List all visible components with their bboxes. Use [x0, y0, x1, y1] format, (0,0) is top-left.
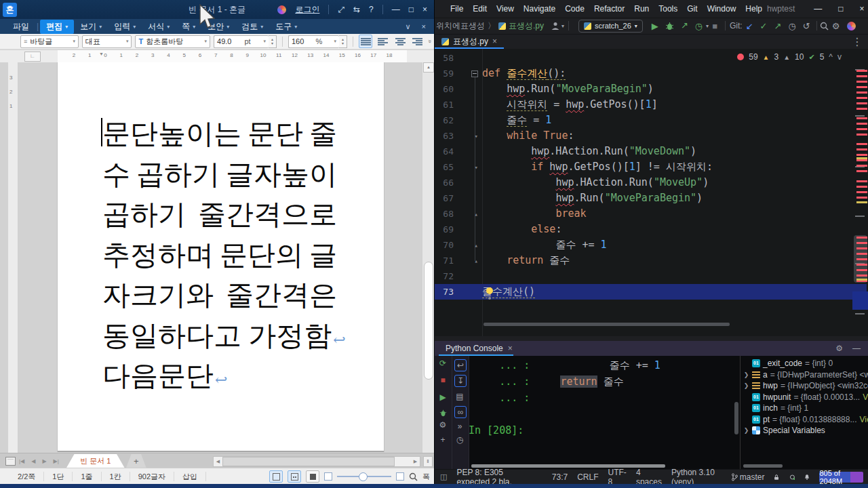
- variable-row[interactable]: 01_exit_code = {int} 0: [741, 358, 868, 369]
- editor-tab[interactable]: 표생성.py ×: [435, 34, 504, 49]
- menu-tools[interactable]: Tools: [654, 4, 682, 14]
- print-icon[interactable]: ▤: [454, 391, 465, 402]
- code-line-70[interactable]: 70▴ 줄수 += 1: [435, 237, 842, 253]
- fullscreen-icon[interactable]: ⤢: [338, 5, 344, 14]
- scroll-right-icon[interactable]: ▶: [411, 458, 420, 466]
- code-line-72[interactable]: 72: [435, 268, 842, 284]
- variable-row[interactable]: 01inch = {int} 1: [741, 403, 868, 414]
- zoom-slider[interactable]: [337, 476, 391, 477]
- notifications-gear-icon[interactable]: [789, 473, 795, 481]
- variable-row[interactable]: 01hwpunit = {float} 0.00013... View: [741, 392, 868, 403]
- hwp-logo-icon[interactable]: 혼: [3, 3, 17, 17]
- indent-marker[interactable]: ▼: [99, 52, 104, 56]
- new-tab-button[interactable]: +: [126, 454, 146, 468]
- split-handle[interactable]: ‖: [423, 456, 433, 467]
- code-line-71[interactable]: 71▴ return 줄수: [435, 253, 842, 268]
- vertical-ruler[interactable]: 321: [8, 62, 18, 453]
- hwp-menu-3[interactable]: 입력▾: [108, 20, 142, 34]
- menu-git[interactable]: Git: [682, 4, 702, 14]
- soft-wrap-icon[interactable]: ↩: [454, 359, 467, 371]
- prev-tab-icon[interactable]: ◀: [31, 458, 35, 464]
- hwp-menu-5[interactable]: 쪽▾: [176, 20, 201, 34]
- editor-hscrollbar-thumb[interactable]: [484, 323, 730, 326]
- console-minimize-icon[interactable]: —: [852, 344, 861, 353]
- fit-width-label[interactable]: 폭: [422, 472, 430, 482]
- last-tab-icon[interactable]: ▶|: [54, 458, 59, 464]
- chevron-down-icon[interactable]: ▾: [706, 23, 709, 29]
- scroll-to-end-icon[interactable]: ↧: [454, 375, 467, 387]
- zoom-stepper[interactable]: ▴▾: [339, 35, 347, 48]
- align-center-button[interactable]: [393, 35, 408, 48]
- ruler-corner-button[interactable]: ∟: [24, 52, 41, 62]
- code-line-73[interactable]: 73줄수계산(): [435, 284, 867, 300]
- variable-row[interactable]: ❯Special Variables: [741, 425, 868, 436]
- close-button[interactable]: ×: [422, 5, 427, 14]
- menu-code[interactable]: Code: [560, 4, 589, 14]
- console-output[interactable]: ... : 줄수 += 1 ... : return 줄수 ... : In […: [469, 357, 730, 439]
- menu-file[interactable]: File: [446, 4, 468, 14]
- run-button[interactable]: ▶: [652, 21, 658, 31]
- hwp-menu-1[interactable]: 편집▾: [40, 20, 74, 34]
- hwp-menu-0[interactable]: 파일: [7, 20, 35, 34]
- code-editor[interactable]: 5859def 줄수계산():60 hwp.Run("MoveParaBegin…: [435, 49, 868, 336]
- document-close-icon[interactable]: ×: [422, 22, 426, 31]
- coverage-icon[interactable]: ↙: [681, 21, 688, 31]
- settings-gear-icon[interactable]: ⚙: [832, 21, 840, 31]
- rollback-icon[interactable]: ↺: [803, 21, 810, 31]
- view-link[interactable]: View: [859, 415, 868, 424]
- intention-bulb-icon[interactable]: [486, 287, 493, 294]
- code-line-61[interactable]: 61 시작위치 = hwp.GetPos()[1]: [435, 97, 842, 113]
- zoom-in-button[interactable]: [396, 472, 404, 481]
- minimize-button[interactable]: —: [392, 5, 400, 14]
- scroll-left-icon[interactable]: ◀: [214, 458, 222, 466]
- code-line-65[interactable]: 65▾ if hwp.GetPos()[1] != 시작위치:: [435, 159, 842, 175]
- toolbar-overflow-icon[interactable]: »: [426, 39, 433, 43]
- debug-bug-icon[interactable]: [665, 22, 674, 30]
- split-view-icon[interactable]: ⇆: [353, 5, 360, 14]
- caret-position[interactable]: 73:7: [552, 472, 568, 482]
- profiler-icon[interactable]: ◷: [695, 21, 703, 31]
- stop-button[interactable]: ■: [712, 21, 717, 31]
- fold-marker[interactable]: ▴: [454, 242, 482, 249]
- first-tab-icon[interactable]: |◀: [19, 458, 24, 464]
- zoom-out-button[interactable]: [324, 472, 332, 481]
- breadcrumb[interactable]: 위치에표생성: [436, 20, 485, 32]
- hwp-menu-7[interactable]: 검토▾: [235, 20, 269, 34]
- more-actions-icon[interactable]: »: [454, 421, 465, 432]
- memory-indicator[interactable]: 805 of 2048M: [819, 472, 863, 483]
- menu-help[interactable]: Help: [741, 4, 767, 14]
- font-combo[interactable]: T 함초롬바탕 ▾: [135, 35, 210, 48]
- console-settings-icon[interactable]: ⚙: [437, 420, 448, 430]
- align-right-button[interactable]: [410, 35, 425, 48]
- rerun-icon[interactable]: ⟳: [437, 358, 448, 369]
- document-tab[interactable]: 빈 문서 1: [66, 454, 125, 468]
- stop-icon[interactable]: ■: [437, 375, 448, 386]
- menu-refactor[interactable]: Refactor: [589, 4, 629, 14]
- new-console-plus-icon[interactable]: +: [437, 434, 448, 445]
- user-icon[interactable]: [551, 21, 560, 30]
- code-line-64[interactable]: 64 hwp.HAction.Run("MoveDown"): [435, 144, 842, 159]
- view-link[interactable]: View: [863, 392, 868, 402]
- menu-window[interactable]: Window: [703, 4, 741, 14]
- horizontal-ruler[interactable]: ∟ 210123456789101112131415161718 ▼: [0, 50, 434, 63]
- git-push-icon[interactable]: ↗: [774, 21, 781, 31]
- preset-combo[interactable]: 대표 ▾: [82, 35, 132, 48]
- hwp-menu-2[interactable]: 보기▾: [74, 20, 108, 34]
- code-line-69[interactable]: 69 else:: [435, 222, 842, 237]
- git-update-icon[interactable]: ↙: [746, 21, 753, 31]
- code-line-68[interactable]: 68▴ break: [435, 206, 842, 222]
- hwp-menu-8[interactable]: 도구▾: [269, 20, 303, 34]
- code-line-62[interactable]: 62 줄수 = 1: [435, 113, 842, 128]
- next-tab-icon[interactable]: ▶: [42, 458, 46, 464]
- help-icon[interactable]: ?: [369, 5, 374, 14]
- document-hscrollbar[interactable]: ◀ ▶: [213, 456, 420, 467]
- variable-row[interactable]: ❯a = {IDHwpParameterSet} <win3: [741, 369, 868, 381]
- breadcrumb-file[interactable]: 표생성.py: [509, 20, 544, 32]
- history-icon[interactable]: ◷: [788, 21, 795, 31]
- run-config-select[interactable]: scratch_26 ▾: [578, 20, 643, 33]
- menu-view[interactable]: View: [492, 4, 519, 14]
- lock-icon[interactable]: [774, 473, 779, 481]
- layout-widget-icon[interactable]: ◫: [440, 472, 447, 481]
- git-commit-icon[interactable]: ✓: [760, 21, 768, 31]
- hwp-menu-4[interactable]: 서식▾: [142, 20, 176, 34]
